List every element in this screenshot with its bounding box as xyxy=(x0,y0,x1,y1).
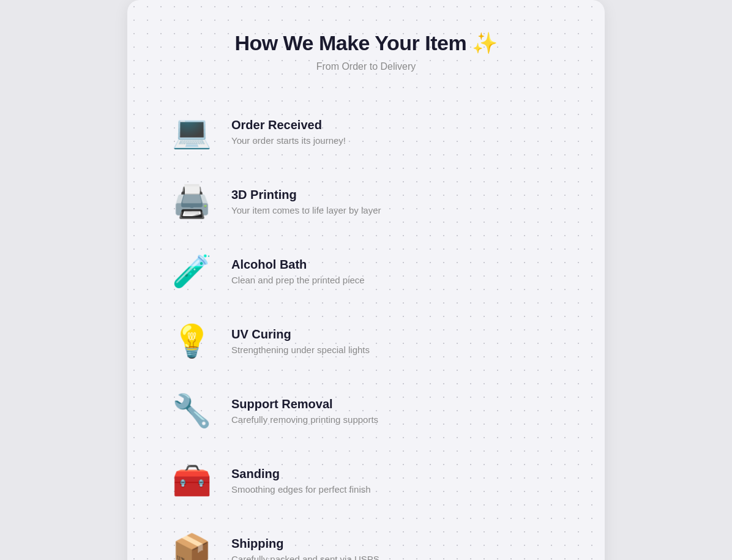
step-title-shipping: Shipping xyxy=(231,537,379,551)
title-text: How We Make Your Item xyxy=(234,31,466,54)
toolbox-icon: 🧰 xyxy=(170,459,213,502)
step-title-3d-printing: 3D Printing xyxy=(231,188,381,202)
page-header: How We Make Your Item ✨ From Order to De… xyxy=(164,31,568,72)
step-item-sanding: 🧰SandingSmoothing edges for perfect fini… xyxy=(164,446,568,515)
step-desc-support-removal: Carefully removing printing supports xyxy=(231,414,378,425)
step-content-alcohol-bath: Alcohol BathClean and prep the printed p… xyxy=(231,258,365,285)
step-desc-order-received: Your order starts its journey! xyxy=(231,135,346,146)
step-title-support-removal: Support Removal xyxy=(231,397,378,411)
step-item-alcohol-bath: 🧪Alcohol BathClean and prep the printed … xyxy=(164,236,568,306)
steps-list: 💻Order ReceivedYour order starts its jou… xyxy=(164,97,568,560)
step-item-3d-printing: 🖨️3D PrintingYour item comes to life lay… xyxy=(164,166,568,236)
step-content-support-removal: Support RemovalCarefully removing printi… xyxy=(231,397,378,425)
step-content-sanding: SandingSmoothing edges for perfect finis… xyxy=(231,467,371,495)
step-desc-uv-curing: Strengthening under special lights xyxy=(231,345,370,355)
step-item-support-removal: 🔧Support RemovalCarefully removing print… xyxy=(164,376,568,446)
step-title-order-received: Order Received xyxy=(231,118,346,132)
step-content-shipping: ShippingCarefully packed and sent via US… xyxy=(231,537,379,561)
step-item-order-received: 💻Order ReceivedYour order starts its jou… xyxy=(164,97,568,166)
step-desc-shipping: Carefully packed and sent via USPS xyxy=(231,554,379,561)
laptop-icon: 💻 xyxy=(170,110,213,153)
step-desc-3d-printing: Your item comes to life layer by layer xyxy=(231,205,381,215)
step-item-shipping: 📦ShippingCarefully packed and sent via U… xyxy=(164,515,568,560)
step-content-3d-printing: 3D PrintingYour item comes to life layer… xyxy=(231,188,381,215)
bulb-icon: 💡 xyxy=(170,319,213,362)
page-subtitle: From Order to Delivery xyxy=(164,61,568,72)
step-title-uv-curing: UV Curing xyxy=(231,327,370,342)
sparkle-emoji: ✨ xyxy=(472,31,498,54)
step-content-uv-curing: UV CuringStrengthening under special lig… xyxy=(231,327,370,355)
step-title-sanding: Sanding xyxy=(231,467,371,481)
step-item-uv-curing: 💡UV CuringStrengthening under special li… xyxy=(164,306,568,376)
main-card: How We Make Your Item ✨ From Order to De… xyxy=(127,0,605,560)
step-desc-sanding: Smoothing edges for perfect finish xyxy=(231,484,371,495)
step-content-order-received: Order ReceivedYour order starts its jour… xyxy=(231,118,346,146)
step-title-alcohol-bath: Alcohol Bath xyxy=(231,258,365,272)
box-icon: 📦 xyxy=(170,529,213,560)
printer-icon: 🖨️ xyxy=(170,180,213,223)
wrench-icon: 🔧 xyxy=(170,389,213,432)
step-desc-alcohol-bath: Clean and prep the printed piece xyxy=(231,275,365,285)
test-tube-icon: 🧪 xyxy=(170,250,213,293)
page-title: How We Make Your Item ✨ xyxy=(164,31,568,55)
